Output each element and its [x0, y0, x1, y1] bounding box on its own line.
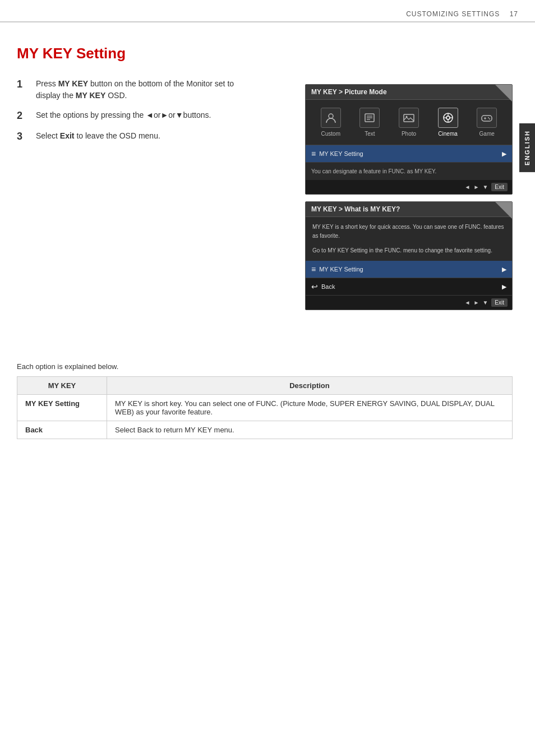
step-1-number: 1	[17, 78, 30, 91]
row2-key: Back	[17, 421, 107, 439]
osd-icon-custom: Custom	[321, 108, 341, 137]
language-tab: ENGLISH	[519, 123, 535, 172]
row2-value: Select Back to return MY KEY menu.	[107, 421, 513, 439]
osd2-menu-arrow-2: ▶	[502, 283, 506, 291]
cinema-icon	[438, 108, 458, 128]
svg-rect-13	[482, 116, 492, 121]
svg-point-16	[488, 117, 489, 118]
osd2-nav-exit: Exit	[491, 298, 508, 307]
osd2-nav-right: ►	[474, 299, 479, 306]
step-1-text: Press MY KEY button on the bottom of the…	[36, 78, 260, 102]
below-text: Each option is explained below.	[17, 362, 513, 371]
text-icon	[359, 108, 380, 128]
table-header-row: MY KEY Description	[17, 376, 513, 394]
osd2-nav-bar: ◄ ► ▼ Exit	[306, 296, 512, 310]
osd-picture-mode: MY KEY > Picture Mode Custom	[305, 84, 513, 195]
osd2-title: MY KEY > What is MY KEY?	[306, 202, 512, 217]
svg-point-17	[489, 118, 490, 119]
svg-point-0	[329, 114, 333, 118]
photo-icon	[399, 108, 419, 128]
row1-value: MY KEY is short key. You can select one …	[107, 394, 513, 421]
osd2-nav-down: ▼	[482, 299, 488, 306]
svg-point-6	[405, 116, 407, 118]
osd1-nav-right: ►	[474, 184, 479, 190]
osd1-icons-row: Custom Text	[306, 100, 512, 145]
table-header-my-key: MY KEY	[17, 376, 107, 394]
page-number: 17	[510, 10, 518, 18]
osd2-nav-left: ◄	[465, 299, 471, 306]
osd2-menu-my-key-setting: ≡ MY KEY Setting ▶	[306, 261, 512, 278]
osd-icon-game: Game	[477, 108, 497, 137]
osd1-description: You can designate a feature in FUNC. as …	[306, 163, 512, 180]
table-header-description: Description	[107, 376, 513, 394]
row1-key: MY KEY Setting	[17, 394, 107, 421]
step-2-number: 2	[17, 109, 30, 122]
osd2-menu-back: ↩ Back ▶	[306, 278, 512, 296]
top-divider	[0, 21, 535, 22]
main-content: MY KEY Setting 1 Press MY KEY button on …	[17, 28, 513, 439]
table-row: MY KEY Setting MY KEY is short key. You …	[17, 394, 513, 421]
page-title: MY KEY Setting	[17, 45, 513, 62]
step-2-text: Set the options by pressing the ◄or►or▼b…	[36, 109, 260, 121]
osd2-menu-label-2: Back	[321, 283, 335, 290]
osd1-nav-left: ◄	[465, 184, 471, 190]
osd2-menu-lines-icon: ≡	[311, 265, 316, 274]
step-3-text: Select Exit to leave the OSD menu.	[36, 130, 260, 142]
osd-icon-photo: Photo	[399, 108, 419, 137]
osd-what-is-my-key: MY KEY > What is MY KEY? MY KEY is a sho…	[305, 201, 513, 310]
osd2-body2: Go to MY KEY Setting in the FUNC. menu t…	[306, 246, 512, 261]
osd1-title: MY KEY > Picture Mode	[306, 85, 512, 100]
osd2-back-icon: ↩	[311, 282, 318, 291]
osd-screenshots: MY KEY > Picture Mode Custom	[305, 84, 513, 317]
table-row: Back Select Back to return MY KEY menu.	[17, 421, 513, 439]
svg-point-8	[446, 116, 450, 119]
osd-icon-text: Text	[359, 108, 380, 137]
game-icon	[477, 108, 497, 128]
osd1-menu-label: MY KEY Setting	[319, 150, 363, 157]
osd1-nav-exit: Exit	[491, 183, 508, 191]
section-label: CUSTOMIZING SETTINGS	[406, 10, 500, 18]
osd2-body1: MY KEY is a short key for quick access. …	[306, 217, 512, 246]
table-section: Each option is explained below. MY KEY D…	[17, 362, 513, 439]
osd1-menu-arrow: ▶	[502, 150, 506, 158]
osd1-nav-bar: ◄ ► ▼ Exit	[306, 180, 512, 194]
header-section-label: CUSTOMIZING SETTINGS 17	[406, 10, 518, 18]
osd1-nav-down: ▼	[482, 184, 488, 190]
step-3-number: 3	[17, 130, 30, 143]
osd-icon-cinema: Cinema	[438, 108, 458, 137]
menu-lines-icon: ≡	[311, 149, 316, 158]
osd1-menu-my-key-setting: ≡ MY KEY Setting ▶	[306, 145, 512, 163]
custom-icon	[321, 108, 341, 128]
info-table: MY KEY Description MY KEY Setting MY KEY…	[17, 376, 513, 439]
osd2-menu-arrow-1: ▶	[502, 266, 506, 273]
osd2-menu-label-1: MY KEY Setting	[319, 266, 363, 273]
